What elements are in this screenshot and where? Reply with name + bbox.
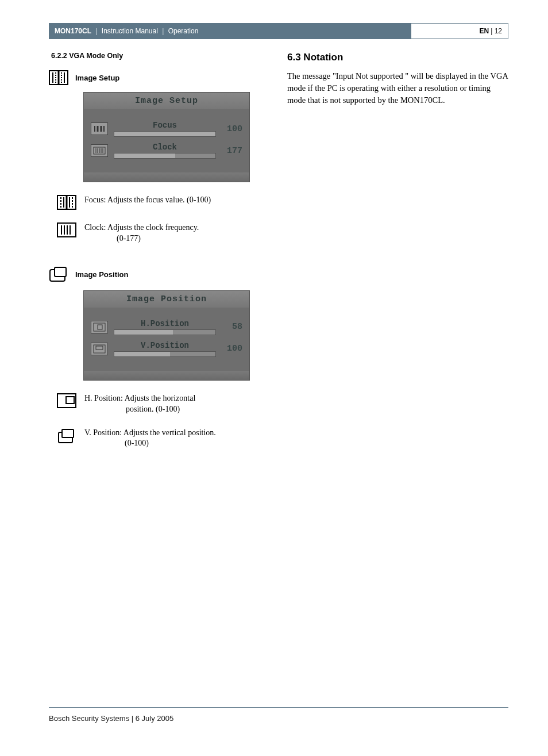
osd-footer (84, 371, 249, 380)
hpos-text: H. Position: Adjusts the horizontal (84, 394, 195, 402)
product-name: MON170CL (55, 27, 91, 35)
osd-row-focus: Focus 100 (91, 121, 242, 137)
osd-footer (84, 172, 249, 182)
hpos-icon (57, 393, 76, 408)
lang-code: EN (480, 27, 489, 35)
section-number: 6.2.2 VGA Mode Only (51, 52, 264, 60)
osd-label: Focus (114, 121, 216, 130)
image-position-heading: Image Position (49, 266, 264, 283)
osd-row-clock: Clock 177 (91, 143, 242, 159)
footer-rule (49, 707, 508, 708)
image-setup-title: Image Setup (75, 74, 119, 82)
clock-range: (0-177) (84, 233, 264, 244)
osd-label: Clock (114, 143, 216, 152)
hpos-icon (91, 321, 108, 333)
section-title: Operation (168, 27, 199, 35)
osd-slider (114, 329, 216, 335)
osd-value: 100 (222, 344, 242, 354)
image-position-icon (49, 266, 68, 283)
page-number: 12 (495, 27, 502, 35)
osd-slider (114, 131, 216, 137)
hpos-description: H. Position: Adjusts the horizontal posi… (57, 393, 264, 415)
osd-image-position: Image Position H.Position 58 (83, 290, 250, 381)
header-right: EN | 12 (411, 23, 508, 39)
footer-text: Bosch Security Systems | 6 July 2005 (49, 714, 173, 723)
osd-image-setup: Image Setup Focus 100 (83, 92, 250, 182)
osd-row-hpos: H.Position 58 (91, 319, 242, 335)
hpos-text2: position. (0-100) (84, 404, 264, 415)
separator: | (94, 27, 99, 35)
osd-value: 100 (222, 124, 242, 134)
doc-title: Instruction Manual (102, 27, 158, 35)
svg-rect-29 (94, 323, 105, 331)
clock-bars-icon (91, 144, 108, 157)
focus-description: Focus: Adjusts the focus value. (0-100) (57, 195, 264, 210)
osd-slider (114, 351, 216, 357)
focus-icon (57, 195, 76, 210)
osd-row-vpos: V.Position 100 (91, 341, 242, 357)
notation-heading: 6.3 Notation (287, 52, 508, 63)
focus-bars-icon (91, 122, 108, 135)
svg-rect-34 (66, 397, 74, 404)
osd-label: V.Position (114, 341, 216, 350)
vpos-text: V. Position: Adjusts the vertical positi… (84, 428, 216, 437)
svg-rect-28 (55, 267, 66, 277)
osd-title: Image Position (84, 291, 249, 308)
vpos-icon (57, 428, 76, 444)
focus-text: Focus: Adjusts the focus value. (0-100) (84, 195, 264, 206)
page-header: MON170CL | Instruction Manual | Operatio… (49, 23, 508, 39)
vpos-range: (0-100) (84, 438, 264, 449)
image-position-title: Image Position (75, 270, 128, 279)
notation-body: The message "Input Not supported " will … (287, 70, 508, 106)
osd-value: 177 (222, 146, 242, 156)
osd-title: Image Setup (84, 93, 249, 109)
clock-description: Clock: Adjusts the clock frequency. (0-1… (57, 222, 264, 244)
header-left: MON170CL | Instruction Manual | Operatio… (49, 23, 411, 39)
image-setup-icon (49, 70, 68, 85)
image-setup-heading: Image Setup (49, 70, 264, 85)
clock-icon (57, 222, 76, 237)
svg-rect-32 (96, 346, 103, 350)
clock-text: Clock: Adjusts the clock frequency. (84, 223, 199, 232)
osd-value: 58 (222, 322, 242, 332)
separator: | (160, 27, 166, 35)
svg-rect-30 (98, 325, 102, 329)
osd-label: H.Position (114, 319, 216, 328)
vpos-description: V. Position: Adjusts the vertical positi… (57, 428, 264, 450)
svg-rect-36 (62, 429, 74, 438)
osd-slider (114, 153, 216, 159)
vpos-icon (91, 343, 108, 355)
